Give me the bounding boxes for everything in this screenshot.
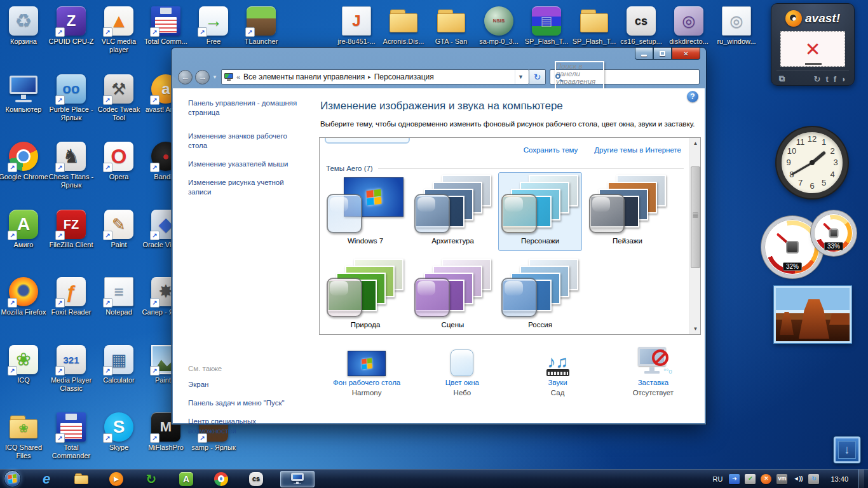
forward-button[interactable]: → <box>195 70 210 85</box>
theme-item-windows-7[interactable]: Windows 7 <box>323 172 407 251</box>
setting-desktop-background[interactable]: Фон рабочего столаHarmony <box>319 341 414 396</box>
desktop-icon-google-chrome[interactable]: ↗Google Chrome <box>0 142 48 181</box>
taskbar-media-player-icon[interactable]: ▶ <box>107 471 125 487</box>
photo-slideshow-gadget[interactable] <box>774 286 851 343</box>
taskbar-download-manager-icon[interactable]: ↻ <box>142 471 160 487</box>
theme-item-россия[interactable]: Россия <box>498 256 582 335</box>
theme-item-сцены[interactable]: Сцены <box>411 256 495 335</box>
refresh-icon[interactable]: ↻ <box>814 74 821 84</box>
refresh-button[interactable]: ↻ <box>529 69 546 85</box>
theme-item-архитектура[interactable]: Архитектура <box>411 172 495 251</box>
search-input[interactable]: Поиск в панели управления <box>550 69 700 85</box>
see-also-link-0[interactable]: Экран <box>188 380 302 390</box>
facebook-icon[interactable]: f <box>834 74 836 84</box>
desktop-icon-notepad[interactable]: ≡↗Notepad <box>94 277 144 316</box>
desktop-icon-paint[interactable]: ✎↗Paint <box>94 210 144 249</box>
sidebar-link-0[interactable]: Изменение значков рабочего стола <box>188 132 302 151</box>
vmware-tray-icon[interactable]: vm <box>776 474 787 484</box>
maximize-button[interactable] <box>653 48 672 60</box>
desktop-icon-filezilla-client[interactable]: FZ↗FileZilla Client <box>46 210 96 249</box>
sidebar-link-2[interactable]: Изменение рисунка учетной записи <box>188 178 302 197</box>
sidebar-item-control-panel-home[interactable]: Панель управления - домашняя страница <box>188 98 302 118</box>
desktop-icon-amigo[interactable]: A↗Амиго <box>0 210 48 249</box>
safely-remove-hardware-icon[interactable]: ✔ <box>745 474 756 484</box>
address-dropdown-icon[interactable]: ▼ <box>515 70 526 84</box>
avast-tray-icon[interactable]: ✕ <box>761 474 771 484</box>
desktop-icon-tlauncher[interactable]: ↗TLauncher <box>236 6 286 46</box>
setting-label[interactable]: Заставка <box>638 379 668 386</box>
sidebar-link-1[interactable]: Изменение указателей мыши <box>188 159 302 169</box>
desktop-icon-cpu-z[interactable]: Z↗CPUID CPU-Z <box>46 6 96 46</box>
desktop-icon-icq[interactable]: ❀↗ICQ <box>0 345 48 384</box>
twitter-icon[interactable]: t <box>825 74 828 84</box>
address-bar[interactable]: « Все элементы панели управления ▸ Персо… <box>221 69 529 85</box>
scroll-up-arrow[interactable]: ▲ <box>690 138 701 149</box>
save-theme-link[interactable]: Сохранить тему <box>524 146 578 154</box>
help-button[interactable]: ? <box>687 91 698 102</box>
setting-label[interactable]: Фон рабочего стола <box>333 379 400 386</box>
setting-window-color[interactable]: Цвет окнаНебо <box>414 341 510 396</box>
desktop-icon-total-commander-shortcut[interactable]: ↗Total Comm... <box>141 6 191 46</box>
breadcrumb-control-panel[interactable]: Все элементы панели управления <box>243 72 365 81</box>
online-themes-link[interactable]: Другие темы в Интернете <box>594 146 681 154</box>
avast-gadget[interactable]: avast! ✕ ⧉↻tf◗ <box>771 3 855 86</box>
window-titlebar[interactable]: ✕ <box>172 48 706 65</box>
desktop-icon-icq-shared-files[interactable]: ❀ICQ Shared Files <box>0 412 48 460</box>
taskbar-internet-explorer-icon[interactable]: e <box>37 471 55 487</box>
setting-screensaver[interactable]: °°oЗаставкаОтсутствует <box>606 341 701 396</box>
clock-gadget[interactable]: 123456789101112 <box>776 127 848 198</box>
desktop-icon-opera[interactable]: O↗Opera <box>94 142 144 181</box>
desktop-icon-calculator[interactable]: ▦↗Calculator <box>94 345 144 384</box>
back-button[interactable]: ← <box>178 70 193 85</box>
taskbar-active-window-personalization[interactable] <box>280 471 315 487</box>
taskbar-clock[interactable]: 13:40 <box>831 475 848 483</box>
desktop-icon-acronis-folder[interactable]: Acronis.Dis... <box>379 6 428 46</box>
desktop-icon-total-commander[interactable]: ↗Total Commander <box>46 412 96 460</box>
show-desktop-button[interactable] <box>858 470 864 488</box>
desktop-icon-vlc-media-player[interactable]: ▲↗VLC media player <box>94 6 144 54</box>
desktop-icon-purble-place[interactable]: oo↗Purble Place - Ярлык <box>46 74 96 122</box>
desktop-icon-foxit-reader[interactable]: ƒ↗Foxit Reader <box>46 277 96 316</box>
desktop-icon-sp-flash-folder[interactable]: SP_Flash_T... <box>569 6 619 46</box>
close-button[interactable]: ✕ <box>672 48 700 60</box>
language-indicator[interactable]: RU <box>713 475 724 483</box>
download-arrow-button[interactable]: ↓ <box>834 437 860 463</box>
setting-sounds[interactable]: ♪♫ЗвукиСад <box>510 341 606 396</box>
windows-update-tray-icon[interactable]: ➔ <box>729 474 740 484</box>
setting-label[interactable]: Звуки <box>548 379 567 386</box>
desktop-icon-sp-flash-archive[interactable]: ▤SP_Flash_T... <box>522 6 571 46</box>
desktop-icon-cs16-setup[interactable]: cscs16_setup... <box>616 6 666 46</box>
desktop-icon-mozilla-firefox[interactable]: ↗Mozilla Firefox <box>0 277 48 316</box>
ram-meter-gadget[interactable]: 33% <box>814 214 853 253</box>
desktop-icon-codec-tweak-tool[interactable]: ⚒↗Codec Tweak Tool <box>94 74 144 122</box>
desktop-icon-skype[interactable]: S↗Skype <box>94 412 144 452</box>
taskbar-counter-strike-icon[interactable]: cs <box>247 471 265 487</box>
desktop-icon-recycle-bin[interactable]: ♻Корзина <box>0 6 48 46</box>
setting-label[interactable]: Цвет окна <box>445 379 479 386</box>
rss-icon[interactable]: ◗ <box>841 74 846 84</box>
start-button[interactable] <box>4 470 21 487</box>
popup-icon[interactable]: ⧉ <box>779 74 785 84</box>
crumb-overflow-chevron[interactable]: « <box>236 73 240 81</box>
volume-icon[interactable]: ◄)) <box>792 474 803 484</box>
nav-history-dropdown[interactable]: ▼ <box>212 74 217 80</box>
cpu-meter-gadget[interactable]: 32% <box>764 219 820 275</box>
scrollbar-thumb[interactable] <box>691 166 700 268</box>
scroll-down-arrow[interactable]: ▼ <box>690 323 701 334</box>
see-also-link-1[interactable]: Панель задач и меню "Пуск" <box>188 398 302 408</box>
desktop-icon-jre-installer[interactable]: Jjre-8u451-... <box>332 6 381 46</box>
theme-list-scrollbar[interactable]: ▲ ▼ <box>689 138 700 334</box>
desktop-icon-chess-titans[interactable]: ♞↗Chess Titans - Ярлык <box>46 142 96 189</box>
desktop-icon-gta-san-folder[interactable]: GTA - San <box>426 6 476 46</box>
desktop-icon-ru-windows-image[interactable]: ◎ru_window... <box>712 6 761 46</box>
theme-item-пейзажи[interactable]: Пейзажи <box>586 172 670 251</box>
breadcrumb-personalization[interactable]: Персонализация <box>374 72 434 81</box>
minimize-button[interactable] <box>635 48 653 60</box>
theme-item-природа[interactable]: Природа <box>323 256 407 335</box>
scrolled-theme-item[interactable] <box>325 137 410 144</box>
desktop-icon-disk-director[interactable]: ◎diskdirecto... <box>664 6 714 46</box>
network-tray-icon[interactable]: ↻ <box>808 474 819 484</box>
theme-item-персонажи[interactable]: Персонажи <box>498 172 582 251</box>
taskbar-chrome-icon[interactable] <box>212 471 230 487</box>
desktop-icon-free-download-manager[interactable]: →↗Free <box>189 6 238 46</box>
